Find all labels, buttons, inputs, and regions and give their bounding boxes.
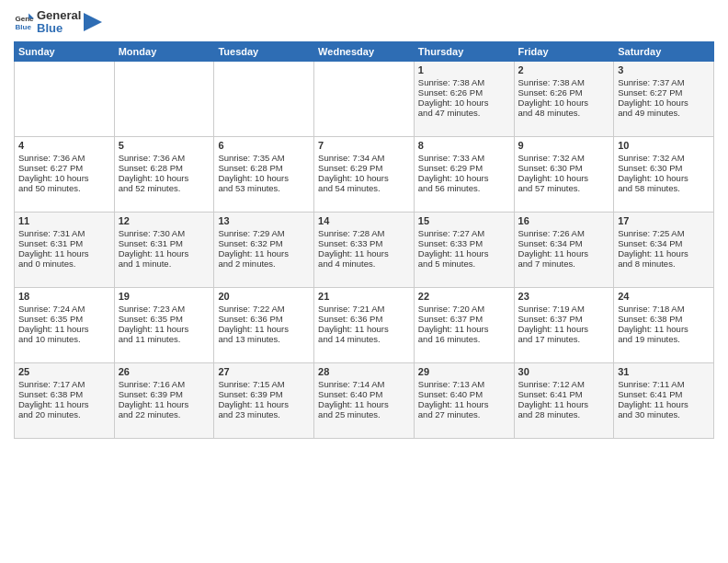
cell-content-line: Sunset: 6:41 PM bbox=[518, 389, 610, 399]
cell-content-line: Daylight: 11 hours bbox=[218, 324, 310, 334]
calendar-table: SundayMondayTuesdayWednesdayThursdayFrid… bbox=[14, 41, 714, 439]
cell-content-line: Sunset: 6:28 PM bbox=[218, 163, 310, 173]
cell-content-line: Sunset: 6:33 PM bbox=[418, 238, 510, 248]
cell-content-line: Sunset: 6:32 PM bbox=[218, 238, 310, 248]
calendar-cell: 12Sunrise: 7:30 AMSunset: 6:31 PMDayligh… bbox=[114, 212, 214, 287]
cell-content-line: Daylight: 11 hours bbox=[218, 399, 310, 409]
cell-content-line: Sunset: 6:28 PM bbox=[119, 163, 210, 173]
cell-content-line: Daylight: 11 hours bbox=[318, 248, 410, 259]
cell-content-line: Sunset: 6:34 PM bbox=[618, 238, 710, 248]
cell-content-line: Sunrise: 7:38 AM bbox=[518, 77, 610, 87]
day-number: 26 bbox=[119, 366, 210, 377]
calendar-cell bbox=[114, 61, 214, 136]
day-number: 11 bbox=[18, 215, 110, 226]
cell-content-line: Daylight: 10 hours bbox=[18, 173, 110, 183]
calendar-cell: 26Sunrise: 7:16 AMSunset: 6:39 PMDayligh… bbox=[114, 362, 214, 438]
cell-content-line: and 54 minutes. bbox=[318, 183, 410, 193]
calendar-cell: 18Sunrise: 7:24 AMSunset: 6:35 PMDayligh… bbox=[15, 287, 115, 362]
calendar-cell bbox=[214, 61, 314, 136]
cell-content-line: Sunset: 6:38 PM bbox=[18, 389, 110, 399]
day-number: 28 bbox=[318, 366, 410, 377]
cell-content-line: Daylight: 11 hours bbox=[418, 399, 510, 409]
cell-content-line: Sunset: 6:26 PM bbox=[518, 87, 610, 98]
cell-content-line: Sunset: 6:29 PM bbox=[418, 163, 510, 173]
cell-content-line: and 47 minutes. bbox=[418, 108, 510, 118]
cell-content-line: Daylight: 11 hours bbox=[618, 399, 710, 409]
cell-content-line: Daylight: 11 hours bbox=[218, 248, 310, 259]
cell-content-line: Sunrise: 7:37 AM bbox=[618, 77, 710, 87]
cell-content-line: Sunrise: 7:28 AM bbox=[318, 228, 410, 238]
day-number: 15 bbox=[418, 215, 510, 226]
logo-text-blue: Blue bbox=[37, 22, 81, 35]
cell-content-line: Daylight: 11 hours bbox=[18, 399, 110, 409]
cell-content-line: Daylight: 11 hours bbox=[518, 248, 610, 259]
cell-content-line: and 1 minute. bbox=[119, 259, 210, 269]
header: General Blue General Blue bbox=[14, 9, 714, 36]
cell-content-line: and 17 minutes. bbox=[518, 334, 610, 344]
cell-content-line: Daylight: 11 hours bbox=[119, 248, 210, 259]
calendar-cell: 4Sunrise: 7:36 AMSunset: 6:27 PMDaylight… bbox=[15, 136, 115, 212]
calendar-cell: 31Sunrise: 7:11 AMSunset: 6:41 PMDayligh… bbox=[614, 362, 714, 438]
cell-content-line: Sunset: 6:40 PM bbox=[318, 389, 410, 399]
weekday-header-monday: Monday bbox=[114, 41, 214, 61]
cell-content-line: Daylight: 10 hours bbox=[518, 98, 610, 108]
cell-content-line: Daylight: 10 hours bbox=[518, 173, 610, 183]
day-number: 25 bbox=[18, 366, 110, 377]
cell-content-line: Sunrise: 7:16 AM bbox=[119, 379, 210, 389]
cell-content-line: Sunrise: 7:21 AM bbox=[318, 304, 410, 314]
cell-content-line: Sunrise: 7:32 AM bbox=[618, 153, 710, 163]
svg-text:Blue: Blue bbox=[15, 23, 31, 31]
cell-content-line: Sunset: 6:39 PM bbox=[218, 389, 310, 399]
day-number: 18 bbox=[18, 291, 110, 302]
svg-marker-3 bbox=[84, 13, 102, 31]
cell-content-line: and 5 minutes. bbox=[418, 259, 510, 269]
cell-content-line: Sunset: 6:30 PM bbox=[518, 163, 610, 173]
page-container: General Blue General Blue SundayMondayTu… bbox=[0, 0, 728, 446]
day-number: 30 bbox=[518, 366, 610, 377]
cell-content-line: and 52 minutes. bbox=[119, 183, 210, 193]
calendar-cell: 25Sunrise: 7:17 AMSunset: 6:38 PMDayligh… bbox=[15, 362, 115, 438]
cell-content-line: and 53 minutes. bbox=[218, 183, 310, 193]
cell-content-line: and 10 minutes. bbox=[18, 334, 110, 344]
cell-content-line: Daylight: 11 hours bbox=[618, 324, 710, 334]
day-number: 13 bbox=[218, 215, 310, 226]
cell-content-line: Daylight: 10 hours bbox=[318, 173, 410, 183]
cell-content-line: and 27 minutes. bbox=[418, 409, 510, 419]
cell-content-line: Daylight: 10 hours bbox=[418, 173, 510, 183]
cell-content-line: and 11 minutes. bbox=[119, 334, 210, 344]
calendar-cell: 11Sunrise: 7:31 AMSunset: 6:31 PMDayligh… bbox=[15, 212, 115, 287]
cell-content-line: Sunrise: 7:36 AM bbox=[119, 153, 210, 163]
calendar-week-row: 1Sunrise: 7:38 AMSunset: 6:26 PMDaylight… bbox=[15, 61, 714, 136]
day-number: 27 bbox=[218, 366, 310, 377]
day-number: 19 bbox=[119, 291, 210, 302]
cell-content-line: Sunrise: 7:35 AM bbox=[218, 153, 310, 163]
cell-content-line: Sunrise: 7:19 AM bbox=[518, 304, 610, 314]
calendar-cell bbox=[15, 61, 115, 136]
cell-content-line: Daylight: 11 hours bbox=[518, 324, 610, 334]
cell-content-line: Sunset: 6:29 PM bbox=[318, 163, 410, 173]
calendar-cell: 21Sunrise: 7:21 AMSunset: 6:36 PMDayligh… bbox=[314, 287, 415, 362]
cell-content-line: Daylight: 11 hours bbox=[518, 399, 610, 409]
cell-content-line: Sunrise: 7:22 AM bbox=[218, 304, 310, 314]
weekday-header-sunday: Sunday bbox=[15, 41, 115, 61]
day-number: 2 bbox=[518, 64, 610, 75]
cell-content-line: Sunrise: 7:38 AM bbox=[418, 77, 510, 87]
cell-content-line: Daylight: 11 hours bbox=[418, 248, 510, 259]
cell-content-line: and 7 minutes. bbox=[518, 259, 610, 269]
cell-content-line: and 8 minutes. bbox=[618, 259, 710, 269]
cell-content-line: Sunset: 6:36 PM bbox=[218, 314, 310, 324]
cell-content-line: and 48 minutes. bbox=[518, 108, 610, 118]
cell-content-line: Sunrise: 7:31 AM bbox=[18, 228, 110, 238]
calendar-cell: 22Sunrise: 7:20 AMSunset: 6:37 PMDayligh… bbox=[414, 287, 514, 362]
cell-content-line: and 50 minutes. bbox=[18, 183, 110, 193]
day-number: 6 bbox=[218, 140, 310, 151]
weekday-header-thursday: Thursday bbox=[414, 41, 514, 61]
calendar-week-row: 25Sunrise: 7:17 AMSunset: 6:38 PMDayligh… bbox=[15, 362, 714, 438]
cell-content-line: and 30 minutes. bbox=[618, 409, 710, 419]
calendar-cell: 7Sunrise: 7:34 AMSunset: 6:29 PMDaylight… bbox=[314, 136, 415, 212]
logo: General Blue General Blue bbox=[14, 9, 102, 36]
cell-content-line: Sunset: 6:35 PM bbox=[18, 314, 110, 324]
cell-content-line: Sunrise: 7:20 AM bbox=[418, 304, 510, 314]
cell-content-line: and 22 minutes. bbox=[119, 409, 210, 419]
day-number: 7 bbox=[318, 140, 410, 151]
